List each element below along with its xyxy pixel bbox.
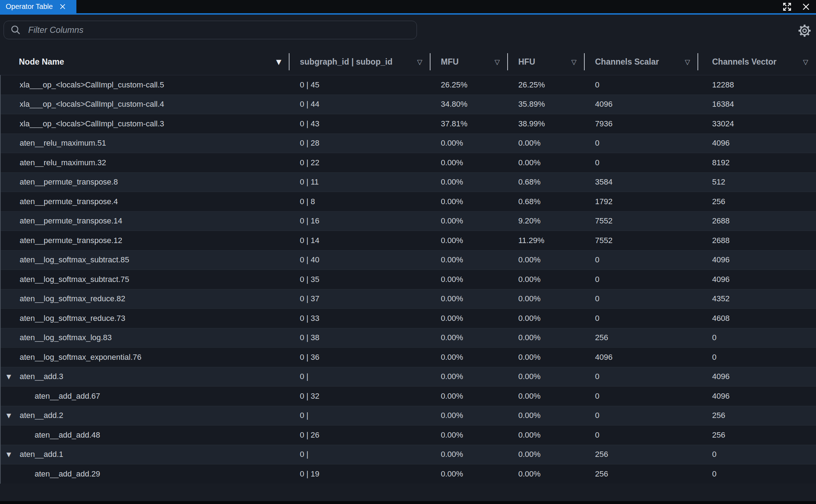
column-label: Node Name <box>19 57 64 67</box>
column-header-channels-scalar[interactable]: Channels Scalar ▽ <box>584 49 698 75</box>
subgraph-subop-cell: 0 | 16 <box>289 216 430 226</box>
table-row[interactable]: aten__log_softmax_reduce.820 | 370.00%0.… <box>1 289 816 309</box>
node-name: aten__relu_maximum.51 <box>20 138 289 148</box>
column-header-subgraph-subop[interactable]: subgraph_id | subop_id ▽ <box>289 49 430 75</box>
column-label: Channels Scalar <box>595 57 659 67</box>
table-row[interactable]: aten__add_add.480 | 260.00%0.00%0256 <box>1 425 816 445</box>
sort-triangle-icon[interactable]: ▽ <box>571 58 576 66</box>
channels-scalar-cell: 4096 <box>584 100 698 109</box>
node-name-cell: aten__relu_maximum.32 <box>1 158 289 167</box>
tab-operator-table[interactable]: Operator Table <box>0 0 76 13</box>
table-row[interactable]: aten__add_add.290 | 190.00%0.00%2560 <box>1 464 816 484</box>
node-name: aten__log_softmax_subtract.75 <box>20 275 289 284</box>
node-name: aten__add.1 <box>20 450 289 459</box>
channels-scalar-cell: 0 <box>584 392 698 401</box>
node-name: aten__permute_transpose.4 <box>20 197 289 206</box>
mfu-cell: 37.81% <box>430 119 508 128</box>
channels-vector-cell: 4096 <box>698 372 816 381</box>
channels-scalar-cell: 4096 <box>584 353 698 362</box>
window-controls <box>782 0 810 13</box>
subgraph-subop-cell: 0 | 38 <box>289 333 430 342</box>
sort-triangle-icon[interactable]: ▽ <box>417 58 422 66</box>
subgraph-subop-cell: 0 | 8 <box>289 197 430 206</box>
sort-triangle-icon[interactable]: ▽ <box>494 58 500 66</box>
node-name-cell: aten__add_add.29 <box>1 469 289 479</box>
mfu-cell: 0.00% <box>430 353 508 362</box>
table-row[interactable]: aten__log_softmax_exponential.760 | 360.… <box>1 347 816 367</box>
filter-columns-input[interactable] <box>27 25 410 35</box>
row-expander-icon[interactable]: ▼ <box>6 373 11 380</box>
column-divider <box>697 53 698 70</box>
table-row[interactable]: aten__log_softmax_log.830 | 380.00%0.00%… <box>1 328 816 348</box>
subgraph-subop-cell: 0 | 33 <box>289 314 430 323</box>
node-name: aten__log_softmax_subtract.85 <box>20 255 289 264</box>
table-row[interactable]: ▼aten__add.30 |0.00%0.00%04096 <box>1 367 816 387</box>
table-row[interactable]: aten__log_softmax_reduce.730 | 330.00%0.… <box>1 308 816 328</box>
table-row[interactable]: ▼aten__add.20 |0.00%0.00%0256 <box>1 406 816 425</box>
node-name-cell: aten__log_softmax_reduce.82 <box>1 294 289 303</box>
subgraph-subop-cell: 0 | 11 <box>289 177 430 187</box>
mfu-cell: 0.00% <box>430 469 508 479</box>
mfu-cell: 0.00% <box>430 216 508 226</box>
settings-button[interactable] <box>797 23 812 39</box>
table-row[interactable]: aten__log_softmax_subtract.850 | 400.00%… <box>1 250 816 270</box>
table-row[interactable]: ▼aten__add.10 |0.00%0.00%2560 <box>1 445 816 464</box>
node-name-cell: aten__log_softmax_log.83 <box>1 333 289 342</box>
channels-scalar-cell: 0 <box>584 430 698 440</box>
table-row[interactable]: xla___op_<locals>CallImpl_custom-call.50… <box>1 75 816 95</box>
hfu-cell: 35.89% <box>508 100 584 109</box>
column-divider <box>584 53 585 70</box>
tab-accent-line <box>0 13 816 15</box>
column-header-channels-vector[interactable]: Channels Vector ▽ <box>698 49 816 75</box>
channels-scalar-cell: 0 <box>584 138 698 148</box>
table-row[interactable]: aten__relu_maximum.510 | 280.00%0.00%040… <box>1 133 816 153</box>
node-name: aten__add.2 <box>20 411 289 420</box>
subgraph-subop-cell: 0 | 35 <box>289 275 430 284</box>
table-row[interactable]: aten__add_add.670 | 320.00%0.00%04096 <box>1 386 816 406</box>
node-name-cell: aten__relu_maximum.51 <box>1 138 289 148</box>
close-icon[interactable] <box>802 2 810 11</box>
hfu-cell: 0.00% <box>508 314 584 323</box>
sort-triangle-icon[interactable]: ▽ <box>685 58 690 66</box>
search-icon <box>10 25 21 35</box>
tab-close-icon[interactable] <box>59 3 66 10</box>
node-name-cell: aten__permute_transpose.14 <box>1 216 289 226</box>
channels-vector-cell: 0 <box>698 333 816 342</box>
channels-scalar-cell: 0 <box>584 158 698 167</box>
channels-scalar-cell: 256 <box>584 469 698 479</box>
channels-vector-cell: 512 <box>698 177 816 187</box>
table-row[interactable]: aten__relu_maximum.320 | 220.00%0.00%081… <box>1 153 816 172</box>
table-row[interactable]: aten__permute_transpose.140 | 160.00%9.2… <box>1 211 816 231</box>
table-row[interactable]: aten__permute_transpose.120 | 140.00%11.… <box>1 231 816 250</box>
column-header-hfu[interactable]: HFU ▽ <box>508 49 584 75</box>
hfu-cell: 0.00% <box>508 392 584 401</box>
node-name-cell: aten__add.1 <box>1 450 289 459</box>
channels-vector-cell: 4096 <box>698 275 816 284</box>
hfu-cell: 0.00% <box>508 372 584 381</box>
node-name-cell: aten__log_softmax_subtract.75 <box>1 275 289 284</box>
subgraph-subop-cell: 0 | 44 <box>289 100 430 109</box>
node-name: aten__permute_transpose.8 <box>20 177 289 187</box>
mfu-cell: 0.00% <box>430 255 508 264</box>
sort-triangle-icon[interactable]: ▽ <box>803 58 808 66</box>
node-name: aten__log_softmax_reduce.73 <box>20 314 289 323</box>
fullscreen-icon[interactable] <box>782 2 792 11</box>
row-expander-icon[interactable]: ▼ <box>6 412 11 419</box>
sort-triangle-icon[interactable]: ▼ <box>276 58 281 66</box>
channels-vector-cell: 0 <box>698 353 816 362</box>
table-row[interactable]: xla___op_<locals>CallImpl_custom-call.30… <box>1 114 816 133</box>
hfu-cell: 26.25% <box>508 80 584 90</box>
bottom-scroll-strip <box>0 501 816 504</box>
hfu-cell: 0.00% <box>508 450 584 459</box>
column-header-mfu[interactable]: MFU ▽ <box>430 49 508 75</box>
subgraph-subop-cell: 0 | 40 <box>289 255 430 264</box>
table-row[interactable]: aten__permute_transpose.80 | 110.00%0.68… <box>1 172 816 192</box>
table-row[interactable]: aten__permute_transpose.40 | 80.00%0.68%… <box>1 192 816 211</box>
column-header-node-name[interactable]: Node Name ▼ <box>0 49 289 75</box>
table-row[interactable]: aten__log_softmax_subtract.750 | 350.00%… <box>1 269 816 289</box>
table-row[interactable]: xla___op_<locals>CallImpl_custom-call.40… <box>1 95 816 114</box>
row-expander-icon[interactable]: ▼ <box>6 451 11 458</box>
node-name-cell: aten__add_add.48 <box>1 430 289 440</box>
hfu-cell: 0.00% <box>508 469 584 479</box>
mfu-cell: 0.00% <box>430 392 508 401</box>
